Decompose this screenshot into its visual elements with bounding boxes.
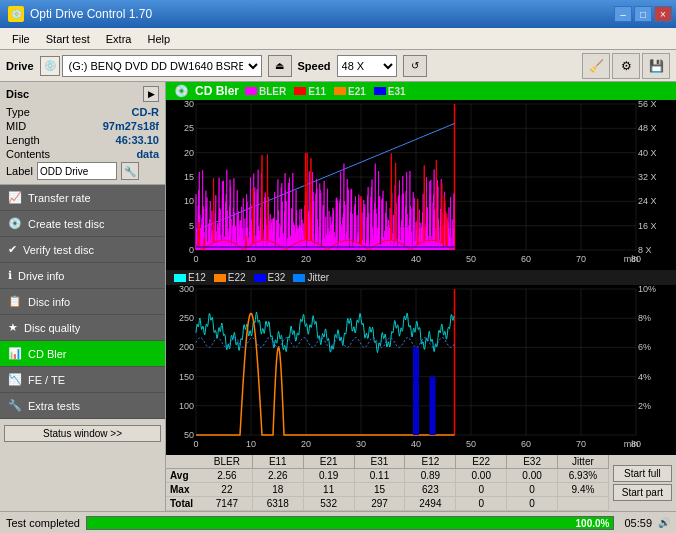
refresh-button[interactable]: ↺ [403, 55, 427, 77]
legend-e32-color [254, 274, 266, 282]
stats-header-e31: E31 [355, 455, 406, 468]
speed-select[interactable]: 48 X [337, 55, 397, 77]
start-full-button[interactable]: Start full [613, 465, 672, 482]
left-panel: Disc ▶ Type CD-R MID 97m27s18f Length 46… [0, 82, 166, 511]
legend-e21-color [334, 87, 346, 95]
disc-mid-value: 97m27s18f [103, 120, 159, 132]
drive-icon: 💿 [40, 56, 60, 76]
stats-header-bler: BLER [202, 455, 253, 468]
drive-select[interactable]: (G:) BENQ DVD DD DW1640 BSRB [62, 55, 262, 77]
eject-button[interactable]: ⏏ [268, 55, 292, 77]
save-icon-button[interactable]: 💾 [642, 53, 670, 79]
disc-type-label: Type [6, 106, 30, 118]
menu-file[interactable]: File [4, 31, 38, 47]
stats-total-e31: 297 [355, 497, 406, 510]
stats-avg-bler: 2.56 [202, 469, 253, 482]
app-window: 💿 Opti Drive Control 1.70 – □ × File Sta… [0, 0, 676, 533]
stats-total-row: Total 7147 6318 532 297 2494 0 0 [166, 497, 609, 511]
menu-help[interactable]: Help [139, 31, 178, 47]
menu-start-test[interactable]: Start test [38, 31, 98, 47]
sidebar-item-transfer-rate[interactable]: 📈 Transfer rate [0, 185, 165, 211]
settings-icon-button[interactable]: ⚙ [612, 53, 640, 79]
chart-title-bar: 💿 CD Bler BLER E11 E21 [166, 82, 676, 100]
status-indicator-icon: 🔊 [658, 517, 670, 528]
cd-bler-icon: 📊 [8, 347, 22, 360]
stats-avg-label: Avg [166, 469, 202, 482]
disc-quality-icon: ★ [8, 321, 18, 334]
sidebar-item-drive-info[interactable]: ℹ Drive info [0, 263, 165, 289]
legend-e11-color [294, 87, 306, 95]
stats-total-label: Total [166, 497, 202, 510]
stats-header-e22: E22 [456, 455, 507, 468]
stats-max-e11: 18 [253, 483, 304, 496]
legend-e32-label: E32 [268, 272, 286, 283]
stats-header-e12: E12 [405, 455, 456, 468]
legend-e32: E32 [254, 272, 286, 283]
legend-e31-color [374, 87, 386, 95]
chart2-canvas [166, 285, 676, 455]
stats-header-jitter: Jitter [558, 455, 609, 468]
sidebar-item-fe-te[interactable]: 📉 FE / TE [0, 367, 165, 393]
legend-e11: E11 [294, 86, 326, 97]
stats-total-e11: 6318 [253, 497, 304, 510]
status-bar: Test completed 100.0% 05:59 🔊 [0, 511, 676, 533]
sidebar-item-disc-info[interactable]: 📋 Disc info [0, 289, 165, 315]
legend-e22-color [214, 274, 226, 282]
disc-label-input[interactable] [37, 162, 117, 180]
start-buttons: Start full Start part [609, 455, 676, 511]
legend-e12-color [174, 274, 186, 282]
legend-e31-label: E31 [388, 86, 406, 97]
close-button[interactable]: × [654, 6, 672, 22]
drive-label: Drive [6, 60, 34, 72]
create-test-disc-icon: 💿 [8, 217, 22, 230]
stats-total-e21: 532 [304, 497, 355, 510]
maximize-button[interactable]: □ [634, 6, 652, 22]
right-panel: 💿 CD Bler BLER E11 E21 [166, 82, 676, 511]
chart-cd-icon: 💿 [174, 84, 189, 98]
legend-e31: E31 [374, 86, 406, 97]
minimize-button[interactable]: – [614, 6, 632, 22]
extra-tests-icon: 🔧 [8, 399, 22, 412]
legend-e12-label: E12 [188, 272, 206, 283]
stats-max-e21: 11 [304, 483, 355, 496]
verify-test-disc-icon: ✔ [8, 243, 17, 256]
stats-max-e31: 15 [355, 483, 406, 496]
legend-e21: E21 [334, 86, 366, 97]
stats-max-jitter: 9.4% [558, 483, 609, 496]
legend-bler-color [245, 87, 257, 95]
sidebar-item-cd-bler[interactable]: 📊 CD Bler [0, 341, 165, 367]
chart1-legend: BLER E11 E21 E31 [245, 86, 406, 97]
disc-arrow-button[interactable]: ▶ [143, 86, 159, 102]
progress-percent: 100.0% [576, 517, 610, 531]
stats-total-jitter [558, 497, 609, 510]
menu-extra[interactable]: Extra [98, 31, 140, 47]
legend-jitter-color [293, 274, 305, 282]
legend-jitter: Jitter [293, 272, 329, 283]
stats-header-e21: E21 [304, 455, 355, 468]
stats-max-e22: 0 [456, 483, 507, 496]
stats-avg-e32: 0.00 [507, 469, 558, 482]
stats-avg-e11: 2.26 [253, 469, 304, 482]
speed-label: Speed [298, 60, 331, 72]
label-icon-button[interactable]: 🔧 [121, 162, 139, 180]
stats-total-e22: 0 [456, 497, 507, 510]
window-title: Opti Drive Control 1.70 [30, 7, 152, 21]
disc-mid-label: MID [6, 120, 26, 132]
sidebar-item-create-test-disc[interactable]: 💿 Create test disc [0, 211, 165, 237]
sidebar-item-disc-quality[interactable]: ★ Disc quality [0, 315, 165, 341]
status-time: 05:59 [624, 517, 652, 529]
disc-label-label: Label [6, 165, 33, 177]
start-part-button[interactable]: Start part [613, 484, 672, 501]
stats-avg-row: Avg 2.56 2.26 0.19 0.11 0.89 0.00 0.00 6… [166, 469, 609, 483]
stats-avg-jitter: 6.93% [558, 469, 609, 482]
disc-contents-row: Contents data [6, 148, 159, 160]
status-text: Test completed [6, 517, 80, 529]
clear-icon-button[interactable]: 🧹 [582, 53, 610, 79]
stats-avg-e12: 0.89 [405, 469, 456, 482]
chart2-area [166, 285, 676, 455]
sidebar-item-extra-tests[interactable]: 🔧 Extra tests [0, 393, 165, 419]
status-window-button[interactable]: Status window >> [4, 425, 161, 442]
disc-length-value: 46:33.10 [116, 134, 159, 146]
sidebar-item-verify-test-disc[interactable]: ✔ Verify test disc [0, 237, 165, 263]
stats-avg-e31: 0.11 [355, 469, 406, 482]
